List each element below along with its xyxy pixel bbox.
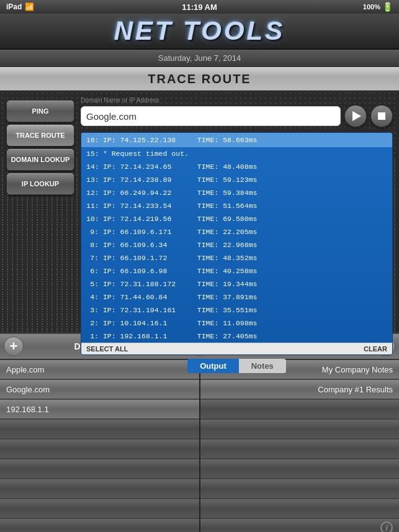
saved-domain-item[interactable]: 192.168.1.1 [0, 400, 199, 420]
tool-title: TRACE ROUTE [148, 72, 251, 86]
saved-domain-item[interactable] [0, 479, 199, 499]
input-label: Domain Name or IP Address [81, 97, 393, 104]
saved-note-item[interactable] [200, 420, 400, 440]
saved-note-item[interactable] [200, 519, 400, 532]
app-title: NET TOOLS [114, 16, 285, 46]
result-row[interactable]: 13: IP: 72.14.238.89 TIME: 59.123ms [81, 173, 392, 186]
play-button[interactable] [344, 105, 367, 127]
saved-notes-column: My Company NotesCompany #1 Results [200, 360, 400, 532]
result-row[interactable]: 14: IP: 72.14.234.65 TIME: 48.408ms [81, 160, 392, 173]
date-bar: Saturday, June 7, 2014 [0, 50, 399, 67]
result-row[interactable]: 7: IP: 66.109.1.72 TIME: 48.352ms [81, 251, 392, 264]
sidebar-item-iplookup[interactable]: IP LOOKUP [6, 173, 74, 195]
clear-button[interactable]: CLEAR [364, 345, 387, 353]
results-footer: SELECT ALL CLEAR [81, 343, 392, 354]
saved-domain-item[interactable] [0, 420, 199, 440]
stop-button[interactable] [370, 105, 393, 127]
domain-input[interactable] [81, 106, 341, 126]
ipad-label: iPad [6, 2, 22, 11]
status-bar: iPad 📶 11:19 AM 100% 🔋 [0, 0, 399, 14]
result-row[interactable]: 3: IP: 72.31.194.161 TIME: 35.551ms [81, 304, 392, 317]
saved-note-item[interactable]: Company #1 Results [200, 380, 400, 400]
saved-domain-item[interactable]: Google.com [0, 380, 199, 400]
sidebar-item-domainlookup[interactable]: DOMAIN LOOKUP [6, 148, 74, 171]
stop-icon [378, 112, 385, 120]
result-row[interactable]: 10: IP: 72.14.219.56 TIME: 69.580ms [81, 212, 392, 225]
select-all-button[interactable]: SELECT ALL [86, 345, 128, 353]
saved-domains-column: Apple.comGoogle.com192.168.1.1 [0, 360, 199, 532]
add-domain-button[interactable]: + [4, 336, 24, 356]
input-area: Domain Name or IP Address [81, 97, 393, 127]
result-row[interactable]: 6: IP: 66.109.6.98 TIME: 40.258ms [81, 264, 392, 277]
tool-title-bar: TRACE ROUTE [0, 67, 399, 91]
sidebar-item-ping[interactable]: PING [6, 100, 74, 122]
sidebar: PING TRACE ROUTE DOMAIN LOOKUP IP LOOKUP [6, 97, 74, 327]
tab-output[interactable]: Output [187, 359, 239, 373]
saved-note-item[interactable] [200, 479, 400, 499]
result-row[interactable]: 16: IP: 74.125.22.138 TIME: 58.663ms [81, 133, 392, 147]
wifi-icon: 📶 [25, 2, 34, 11]
result-row[interactable]: 1: IP: 192.168.1.1 TIME: 27.405ms [81, 330, 392, 343]
result-row[interactable]: 5: IP: 72.31.188.172 TIME: 19.344ms [81, 277, 392, 291]
content-panel: Domain Name or IP Address 16: IP: 74.125… [81, 97, 393, 327]
result-row[interactable]: 15: * Request timed out. [81, 147, 392, 160]
app-header: NET TOOLS [0, 14, 399, 50]
saved-domain-item[interactable] [0, 459, 199, 479]
result-row[interactable]: 4: IP: 71.44.60.84 TIME: 37.891ms [81, 291, 392, 304]
result-row[interactable]: 9: IP: 66.109.6.171 TIME: 22.205ms [81, 225, 392, 238]
saved-list: Apple.comGoogle.com192.168.1.1 My Compan… [0, 360, 399, 532]
main-content: PING TRACE ROUTE DOMAIN LOOKUP IP LOOKUP… [0, 91, 399, 333]
result-row[interactable]: 12: IP: 66.249.94.22 TIME: 59.384ms [81, 186, 392, 199]
saved-domain-item[interactable] [0, 519, 199, 532]
tabs-row: Output Notes [81, 359, 393, 373]
saved-note-item[interactable] [200, 440, 400, 459]
battery-icon: 🔋 [382, 2, 393, 12]
result-row[interactable]: 11: IP: 72.14.233.54 TIME: 51.564ms [81, 199, 392, 212]
play-icon [352, 111, 361, 121]
saved-note-item[interactable] [200, 499, 400, 519]
tab-notes[interactable]: Notes [239, 359, 286, 373]
saved-note-item[interactable] [200, 400, 400, 420]
sidebar-item-traceroute[interactable]: TRACE ROUTE [6, 124, 74, 147]
results-list: 16: IP: 74.125.22.138 TIME: 58.663ms15: … [81, 133, 392, 343]
saved-note-item[interactable] [200, 459, 400, 479]
battery-label: 100% [363, 3, 380, 11]
saved-domain-item[interactable] [0, 440, 199, 459]
result-row[interactable]: 8: IP: 66.109.6.34 TIME: 22.968ms [81, 238, 392, 251]
time-display: 11:19 AM [182, 2, 217, 12]
result-row[interactable]: 2: IP: 10.104.16.1 TIME: 11.098ms [81, 317, 392, 330]
info-button[interactable]: i [380, 521, 393, 532]
date-label: Saturday, June 7, 2014 [158, 53, 241, 63]
results-container: 16: IP: 74.125.22.138 TIME: 58.663ms15: … [81, 132, 393, 355]
saved-domain-item[interactable] [0, 499, 199, 519]
